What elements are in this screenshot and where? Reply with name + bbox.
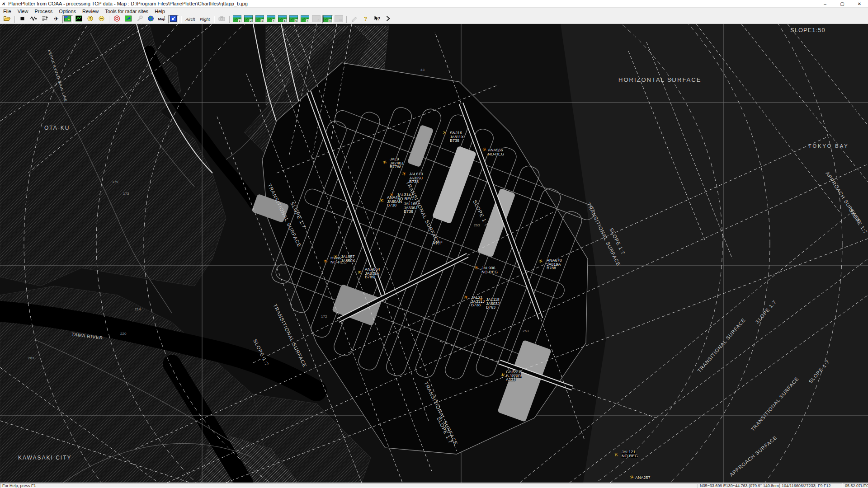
- map-preset-3-button[interactable]: 3: [255, 15, 265, 23]
- chart-label: TOKYO BAY: [808, 143, 849, 149]
- map-preset-7-button[interactable]: 7: [300, 15, 310, 23]
- map-thumbnail-icon: 2: [244, 15, 253, 23]
- mark-mode-button[interactable]: [168, 15, 179, 23]
- menu-tools-for-radar-sites[interactable]: Tools for radar sites: [102, 8, 151, 15]
- menu-review[interactable]: Review: [79, 8, 102, 15]
- chart-label: HORIZONTAL SURFACE: [618, 76, 701, 83]
- chart-dark-icon: [75, 15, 83, 23]
- pencil-icon: [350, 15, 358, 23]
- menu-process[interactable]: Process: [31, 8, 56, 15]
- chevron-right-icon: [384, 15, 392, 23]
- snapshot-button[interactable]: [217, 15, 227, 23]
- map-thumbnail-icon: 7: [301, 15, 309, 23]
- map-thumbnail-icon: 8: [312, 15, 321, 23]
- aircraft-list-button[interactable]: Aircft: [184, 15, 197, 23]
- aircraft-label-reg: NO-REG: [488, 152, 504, 156]
- window-controls: – ▢ ✕: [816, 0, 868, 7]
- flight-log-button[interactable]: Flight: [198, 15, 212, 23]
- open-file-button[interactable]: [2, 15, 12, 23]
- record-button[interactable]: [112, 15, 122, 23]
- map-window-button[interactable]: [62, 15, 73, 23]
- stop-process-button[interactable]: [17, 15, 28, 23]
- menu-view[interactable]: View: [14, 8, 32, 15]
- toolbar-separator: [181, 16, 181, 23]
- status-help-text: For Help, press F1: [0, 483, 698, 488]
- aircraft-label-type: A333: [506, 377, 515, 382]
- planeplotter-window: ✈ PlanePlotter from COAA - processing TC…: [0, 0, 868, 488]
- aircraft-label-type: B738: [450, 138, 459, 143]
- chart-label: SLOPE1:50: [790, 27, 826, 33]
- map-preset-4-button[interactable]: 4: [266, 15, 276, 23]
- map-preset-10-button[interactable]: 10: [334, 15, 344, 23]
- elevation-label: 173: [123, 192, 129, 196]
- camera-icon: [218, 15, 226, 23]
- menu-bar: FileViewProcessOptionsReviewTools for ra…: [0, 8, 868, 15]
- aircraft-label-callsign: ANA257: [635, 475, 651, 480]
- toolbar-separator: [14, 16, 15, 23]
- check-blue-icon: [170, 15, 177, 23]
- chart-label: OTA-KU: [44, 125, 70, 131]
- map-thumbnail-icon: 4: [267, 15, 275, 23]
- tip-help-button[interactable]: ?: [360, 15, 371, 23]
- elevation-label: 214: [135, 307, 141, 311]
- message-view-button[interactable]: [40, 15, 50, 23]
- toolbar: ✈Map+AircftFlight12345678910??: [0, 15, 868, 24]
- close-button[interactable]: ✕: [851, 0, 868, 7]
- svg-text:+: +: [164, 15, 165, 19]
- map-thumbnail-icon: 10: [335, 15, 343, 23]
- app-icon: ✈: [0, 0, 8, 7]
- context-help-button[interactable]: ?: [372, 15, 382, 23]
- map-thumbnail-icon: 9: [323, 15, 332, 23]
- elevation-label: 263: [474, 223, 480, 227]
- aircraft-label-type: B77W: [390, 164, 401, 169]
- folder-open-icon: [3, 15, 11, 23]
- map-preset-5-button[interactable]: 5: [277, 15, 288, 23]
- map-plus-button[interactable]: Map+: [157, 15, 167, 23]
- waveform-icon: [30, 15, 38, 23]
- menu-options[interactable]: Options: [56, 8, 79, 15]
- zoom-out-button[interactable]: [96, 15, 107, 23]
- aircraft-label-reg: NO-REG: [481, 270, 498, 274]
- menu-help[interactable]: Help: [151, 8, 168, 15]
- map-preset-9-button[interactable]: 9: [322, 15, 333, 23]
- map-plus-icon: Map+: [158, 15, 166, 23]
- maximize-button[interactable]: ▢: [834, 0, 851, 7]
- rings-red-icon: [113, 15, 121, 23]
- map-preset-6-button[interactable]: 6: [288, 15, 299, 23]
- map-preset-2-button[interactable]: 2: [243, 15, 254, 23]
- minimize-button[interactable]: –: [816, 0, 834, 7]
- radar-screen-button[interactable]: [74, 15, 84, 23]
- map-thumbnail-icon: 3: [255, 15, 264, 23]
- tokyo-bay-water: [561, 24, 868, 483]
- toolbar-separator: [109, 16, 109, 23]
- aircraft-view-button[interactable]: ✈: [51, 15, 61, 23]
- menu-file[interactable]: File: [0, 8, 14, 15]
- zoom-in-button[interactable]: [85, 15, 95, 23]
- aircraft-label-reg: JA850X: [341, 258, 355, 263]
- map-preset-1-button[interactable]: 1: [232, 15, 242, 23]
- tools-button[interactable]: [134, 15, 145, 23]
- window-title: PlanePlotter from COAA - processing TCP …: [8, 1, 248, 6]
- world-view-button[interactable]: [146, 15, 156, 23]
- airplane-icon: ✈: [52, 15, 60, 23]
- share-plane-button[interactable]: [123, 15, 133, 23]
- plane-green-icon: [124, 15, 132, 23]
- more-tools-button[interactable]: [383, 15, 393, 23]
- toolbar-separator: [346, 16, 347, 23]
- aircraft-label-reg: NO-REG: [622, 454, 638, 458]
- status-utc-time: 05:52:07UTC: [843, 483, 868, 488]
- draw-line-button[interactable]: [349, 15, 359, 23]
- aircraft-label-type: B738: [387, 203, 396, 207]
- aircraft-label-type: B789: [365, 275, 374, 279]
- elevation-label: 253: [523, 329, 529, 333]
- map-preset-8-button[interactable]: 8: [311, 15, 321, 23]
- map-area[interactable]: SLOPE1:50HORIZONTAL SURFACETOKYO BAYOTA-…: [0, 24, 868, 483]
- key-question-icon: ?: [362, 15, 369, 23]
- elevation-label: 179: [112, 180, 118, 184]
- signal-view-button[interactable]: [28, 15, 39, 23]
- status-bar: For Help, press F1 N35~33.699 E139~44.76…: [0, 483, 868, 488]
- levels-icon: [41, 15, 49, 23]
- circle-minus-icon: [98, 15, 105, 23]
- arrow-question-icon: ?: [373, 15, 381, 23]
- map-thumbnail-icon: 6: [289, 15, 298, 23]
